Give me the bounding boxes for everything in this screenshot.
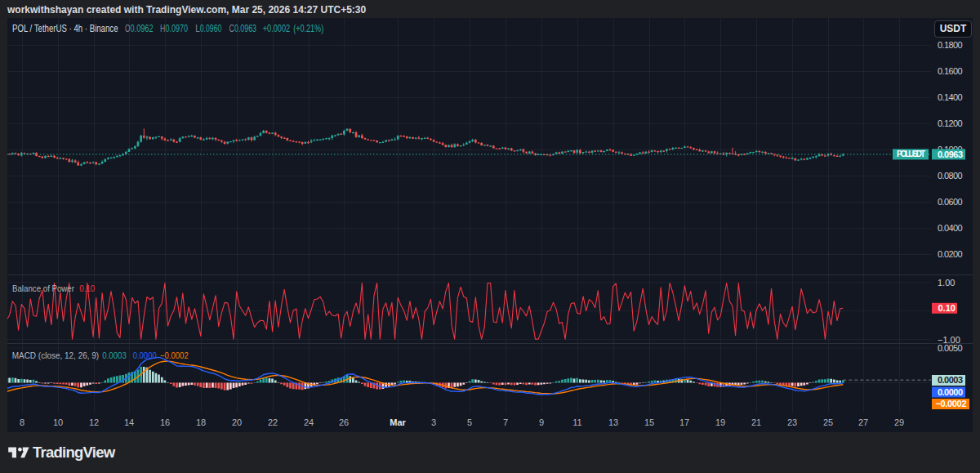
- svg-text:O: O: [125, 23, 130, 34]
- svg-text:15: 15: [644, 417, 654, 427]
- svg-text:0.1400: 0.1400: [938, 92, 963, 102]
- svg-text:10: 10: [53, 417, 63, 427]
- svg-text:26: 26: [339, 417, 349, 427]
- svg-text:0.10: 0.10: [79, 283, 95, 293]
- svg-text:0.0000: 0.0000: [133, 350, 157, 360]
- svg-text:22: 22: [268, 417, 278, 427]
- svg-text:0.1200: 0.1200: [938, 118, 963, 128]
- svg-text:0.10: 0.10: [938, 303, 956, 313]
- svg-text:5: 5: [467, 417, 472, 427]
- svg-text:3: 3: [431, 417, 436, 427]
- svg-text:13: 13: [608, 417, 618, 427]
- svg-text:0.0970: 0.0970: [166, 23, 189, 34]
- svg-text:1.00: 1.00: [938, 278, 955, 288]
- svg-text:24: 24: [304, 417, 314, 427]
- svg-text:27: 27: [858, 417, 868, 427]
- svg-text:0.0962: 0.0962: [131, 23, 154, 34]
- svg-text:0.0800: 0.0800: [938, 171, 963, 181]
- svg-text:0.1600: 0.1600: [938, 66, 963, 76]
- svg-text:19: 19: [715, 417, 725, 427]
- svg-text:29: 29: [894, 417, 904, 427]
- svg-text:H: H: [160, 23, 165, 34]
- svg-text:14: 14: [124, 417, 134, 427]
- svg-text:0.0200: 0.0200: [938, 249, 963, 259]
- svg-text:POL / TetherUS · 4h · Binance: POL / TetherUS · 4h · Binance: [12, 23, 118, 34]
- svg-text:0.0050: 0.0050: [938, 343, 963, 353]
- svg-text:20: 20: [232, 417, 242, 427]
- svg-text:0.0600: 0.0600: [938, 197, 963, 207]
- svg-text:0.0963: 0.0963: [234, 23, 256, 34]
- svg-text:23: 23: [787, 417, 797, 427]
- svg-text:0.0963: 0.0963: [938, 149, 963, 159]
- svg-text:21: 21: [751, 417, 761, 427]
- svg-text:0.0003: 0.0003: [938, 375, 963, 385]
- svg-text:(+0.21%): (+0.21%): [293, 23, 323, 34]
- svg-text:MACD (close, 12, 26, 9): MACD (close, 12, 26, 9): [12, 350, 100, 360]
- svg-text:0.0000: 0.0000: [938, 387, 963, 397]
- svg-text:18: 18: [196, 417, 206, 427]
- svg-text:Mar: Mar: [390, 417, 406, 427]
- svg-text:8: 8: [20, 417, 24, 427]
- svg-text:Balance of Power: Balance of Power: [12, 283, 74, 293]
- svg-text:16: 16: [160, 417, 170, 427]
- svg-text:25: 25: [823, 417, 833, 427]
- svg-text:POLUSDT: POLUSDT: [897, 149, 925, 158]
- svg-text:−0.0002: −0.0002: [936, 399, 967, 408]
- svg-text:0.1800: 0.1800: [938, 40, 963, 50]
- svg-text:+0.0002: +0.0002: [263, 23, 291, 34]
- svg-text:17: 17: [679, 417, 689, 427]
- svg-text:7: 7: [503, 417, 508, 427]
- svg-text:12: 12: [89, 417, 99, 427]
- svg-text:0.0003: 0.0003: [102, 350, 127, 360]
- svg-text:11: 11: [572, 417, 581, 427]
- svg-text:9: 9: [539, 417, 544, 427]
- svg-text:0.0400: 0.0400: [938, 223, 963, 233]
- svg-text:0.0960: 0.0960: [200, 23, 222, 34]
- svg-text:−0.0002: −0.0002: [160, 350, 189, 360]
